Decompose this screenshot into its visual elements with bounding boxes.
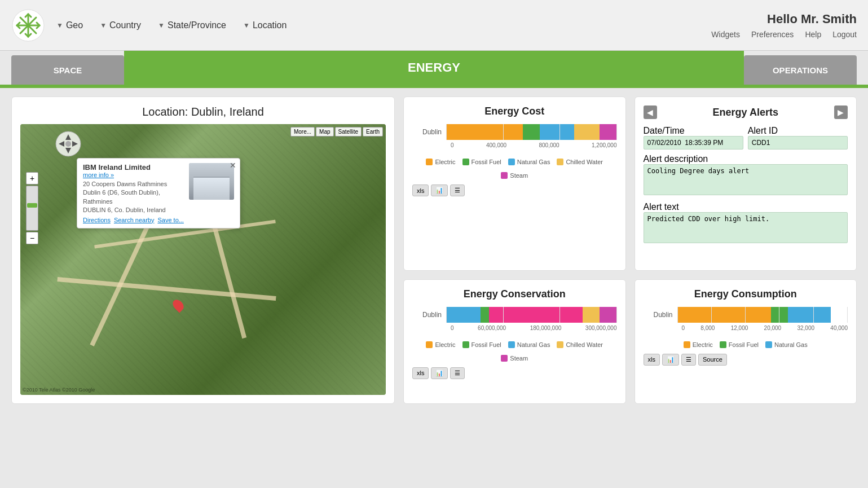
consumption-stacked-bar bbox=[677, 307, 848, 323]
alert-desc-label: Alert description bbox=[644, 154, 708, 164]
cost-table-btn[interactable]: ☰ bbox=[450, 184, 465, 196]
con-legend-gas: Natural Gas bbox=[508, 341, 550, 348]
save-to-link[interactable]: Save to... bbox=[157, 217, 183, 223]
conservation-bar-track bbox=[446, 307, 617, 323]
consumption-bar-label: Dublin bbox=[644, 311, 677, 319]
alert-datetime-label: Date/Time bbox=[644, 126, 685, 135]
bubble-more-link[interactable]: more info » bbox=[83, 172, 184, 178]
con-xls-btn[interactable]: xls bbox=[412, 367, 429, 379]
electric-color bbox=[684, 341, 690, 348]
conservation-axis: 0 60,000,000 180,000,000 300,000,000 bbox=[412, 325, 617, 331]
tab-space[interactable]: SPACE bbox=[11, 55, 124, 85]
fossil-color bbox=[462, 341, 469, 348]
nav-geo[interactable]: ▼ Geo bbox=[56, 20, 83, 30]
chevron-down-icon: ▼ bbox=[100, 21, 107, 29]
header: ▼ Geo ▼ Country ▼ State/Province ▼ Locat… bbox=[0, 0, 868, 51]
legend-gas: Natural Gas bbox=[508, 159, 550, 165]
conservation-bar-label: Dublin bbox=[412, 311, 446, 319]
bubble-image bbox=[189, 163, 234, 200]
nav-bar: ▼ Geo ▼ Country ▼ State/Province ▼ Locat… bbox=[56, 20, 711, 30]
directions-link[interactable]: Directions bbox=[83, 217, 111, 223]
alert-text-textarea[interactable] bbox=[644, 212, 848, 243]
alert-text-label: Alert text bbox=[644, 202, 679, 212]
widgets-link[interactable]: Widgets bbox=[711, 30, 740, 39]
conservation-bar-row: Dublin bbox=[412, 307, 617, 323]
map-container[interactable]: More... Map Satellite Earth bbox=[20, 124, 386, 395]
nav-state-label: State/Province bbox=[168, 20, 226, 30]
con-legend-chilled: Chilled Water bbox=[557, 341, 603, 348]
conservation-seg-fossil bbox=[481, 307, 489, 323]
alert-desc-field: Alert description bbox=[644, 154, 848, 197]
legend-electric: Electric bbox=[426, 159, 455, 165]
chevron-down-icon: ▼ bbox=[56, 21, 63, 29]
map-satellite-btn[interactable]: Satellite bbox=[335, 127, 362, 137]
alert-desc-textarea[interactable] bbox=[644, 164, 848, 195]
map-title-label: Location: bbox=[142, 105, 188, 118]
preferences-link[interactable]: Preferences bbox=[751, 30, 794, 39]
zoom-slider[interactable] bbox=[26, 186, 38, 231]
con-chart-btn[interactable]: 📊 bbox=[431, 367, 448, 379]
zoom-out-btn[interactable]: − bbox=[26, 232, 38, 244]
tab-operations[interactable]: OPERATIONS bbox=[744, 55, 857, 85]
nav-location[interactable]: ▼ Location bbox=[243, 20, 287, 30]
con-legend-electric: Electric bbox=[426, 341, 455, 348]
svg-point-18 bbox=[65, 141, 71, 147]
alerts-prev-btn[interactable]: ◀ bbox=[644, 105, 657, 119]
alerts-title: Energy Alerts bbox=[713, 107, 778, 118]
map-info-bubble: IBM Ireland Limited more info » 20 Coope… bbox=[77, 158, 240, 228]
search-nearby-link[interactable]: Search nearby bbox=[114, 217, 155, 223]
map-panel: Location: Dublin, Ireland More... Map Sa… bbox=[11, 96, 395, 404]
bubble-close-btn[interactable]: ✕ bbox=[230, 161, 236, 170]
alert-id-input[interactable] bbox=[748, 136, 848, 150]
cns-chart-btn[interactable]: 📊 bbox=[662, 354, 679, 366]
map-more-btn[interactable]: More... bbox=[290, 127, 315, 137]
alert-datetime-field: Date/Time bbox=[644, 126, 743, 150]
fossil-color bbox=[720, 341, 726, 348]
nav-location-label: Location bbox=[253, 20, 287, 30]
con-table-btn[interactable]: ☰ bbox=[450, 367, 465, 379]
consumption-chart: Dublin bbox=[644, 307, 848, 336]
conservation-legend: Electric Fossil Fuel Natural Gas Chilled… bbox=[412, 341, 617, 362]
alerts-next-btn[interactable]: ▶ bbox=[834, 105, 848, 119]
nav-country[interactable]: ▼ Country bbox=[100, 20, 141, 30]
cost-stacked-bar bbox=[446, 124, 617, 140]
cns-legend-fossil: Fossil Fuel bbox=[720, 341, 759, 348]
consumption-seg-electric bbox=[677, 307, 771, 323]
cns-xls-btn[interactable]: xls bbox=[644, 354, 660, 366]
cns-table-btn[interactable]: ☰ bbox=[681, 354, 696, 366]
main-content: Location: Dublin, Ireland More... Map Sa… bbox=[0, 88, 868, 412]
energy-cost-title: Energy Cost bbox=[412, 105, 617, 117]
map-nav[interactable] bbox=[54, 130, 82, 160]
energy-cost-toolbar: xls 📊 ☰ bbox=[412, 184, 617, 196]
tab-energy[interactable]: ENERGY bbox=[124, 51, 744, 85]
map-background: More... Map Satellite Earth bbox=[20, 124, 386, 395]
nav-state[interactable]: ▼ State/Province bbox=[158, 20, 226, 30]
energy-cost-panel: Energy Cost Dublin bbox=[403, 96, 626, 271]
steam-color bbox=[501, 172, 508, 179]
map-pan-control[interactable] bbox=[54, 130, 82, 158]
map-map-btn[interactable]: Map bbox=[316, 127, 333, 137]
bubble-content: IBM Ireland Limited more info » 20 Coope… bbox=[83, 163, 184, 223]
energy-cost-legend: Electric Fossil Fuel Natural Gas Chilled… bbox=[412, 159, 617, 179]
energy-cost-chart: Dublin bbox=[412, 124, 617, 153]
logout-link[interactable]: Logout bbox=[832, 30, 857, 39]
zoom-in-btn[interactable]: + bbox=[26, 172, 38, 184]
legend-chilled: Chilled Water bbox=[557, 159, 603, 165]
chilled-color bbox=[557, 341, 563, 348]
nav-country-label: Country bbox=[109, 20, 141, 30]
conservation-title: Energy Conservation bbox=[412, 288, 617, 300]
cns-source-btn[interactable]: Source bbox=[698, 354, 727, 366]
alert-datetime-input[interactable] bbox=[644, 136, 743, 150]
bubble-address: 20 Coopers Dawns Rathmines Dublin 6 (D6,… bbox=[83, 180, 184, 215]
help-link[interactable]: Help bbox=[805, 30, 821, 39]
map-pin bbox=[171, 298, 186, 313]
conservation-seg-electric bbox=[446, 307, 481, 323]
cost-seg-chilled bbox=[574, 124, 600, 140]
legend-fossil: Fossil Fuel bbox=[462, 159, 501, 165]
map-marker bbox=[173, 299, 184, 315]
cost-xls-btn[interactable]: xls bbox=[412, 184, 429, 196]
map-earth-btn[interactable]: Earth bbox=[363, 127, 383, 137]
steam-color bbox=[501, 355, 508, 362]
header-links: Widgets Preferences Help Logout bbox=[711, 30, 857, 39]
cost-chart-btn[interactable]: 📊 bbox=[431, 184, 448, 196]
